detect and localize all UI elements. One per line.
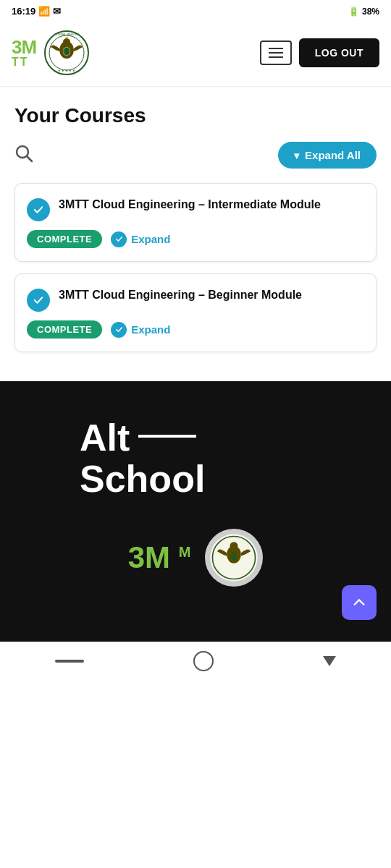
complete-badge: COMPLETE: [27, 230, 102, 248]
footer-gov-seal: [205, 529, 263, 587]
header-logos: 3M TT ★ ★ ★ ★ ★ FEDERAL MINISTRY: [12, 30, 90, 76]
footer-3m-logo: 3M M: [128, 540, 191, 575]
course-title: 3MTT Cloud Engineering – Beginner Module: [59, 287, 302, 303]
logo-3mtt-top: 3M: [12, 38, 36, 56]
course-title: 3MTT Cloud Engineering – Intermediate Mo…: [59, 197, 321, 213]
course-card: 3MTT Cloud Engineering – Beginner Module…: [14, 273, 377, 352]
bottom-nav: [0, 642, 391, 679]
altschool-line1: Alt: [80, 417, 311, 459]
expand-check-icon: [111, 231, 127, 247]
logo-3mtt: 3M TT: [12, 38, 36, 68]
footer-section: Alt School 3M M: [0, 381, 391, 642]
expand-button[interactable]: Expand: [111, 322, 170, 338]
menu-line-2: [269, 52, 283, 54]
search-icon[interactable]: [14, 144, 33, 167]
nav-menu-icon[interactable]: [55, 660, 84, 663]
expand-all-label: Expand All: [305, 149, 361, 161]
expand-button[interactable]: Expand: [111, 231, 170, 247]
status-bar: 16:19 📶 ✉ 🔋 38%: [0, 0, 391, 22]
complete-badge: COMPLETE: [27, 320, 102, 339]
expand-label: Expand: [131, 233, 170, 245]
search-expand-row: ▾ Expand All: [14, 142, 377, 169]
altschool-logo: Alt School: [80, 417, 311, 500]
altschool-alt-text: Alt: [80, 417, 130, 459]
menu-button[interactable]: [260, 41, 292, 65]
course-complete-icon: [27, 289, 50, 312]
course-footer: COMPLETE Expand: [27, 230, 364, 248]
expand-all-button[interactable]: ▾ Expand All: [278, 142, 377, 169]
signal-icon: 📶: [38, 6, 50, 17]
course-card: 3MTT Cloud Engineering – Intermediate Mo…: [14, 183, 377, 262]
svg-point-3: [63, 38, 70, 46]
main-content: Your Courses ▾ Expand All 3MTT Cloud Eng…: [0, 87, 391, 381]
altschool-school-text: School: [80, 459, 311, 500]
status-right: 🔋 38%: [348, 7, 379, 17]
svg-text:FEDERAL MINISTRY: FEDERAL MINISTRY: [54, 33, 79, 36]
chevron-down-icon: ▾: [294, 150, 299, 161]
courses-list: 3MTT Cloud Engineering – Intermediate Mo…: [14, 183, 377, 352]
status-left: 16:19 📶 ✉: [12, 6, 61, 17]
gov-seal-logo: ★ ★ ★ ★ ★ FEDERAL MINISTRY: [43, 30, 90, 76]
logo-3mtt-bottom: TT: [12, 56, 36, 68]
svg-text:★ ★ ★ ★ ★: ★ ★ ★ ★ ★: [58, 69, 75, 72]
menu-line-1: [269, 48, 283, 49]
course-header: 3MTT Cloud Engineering – Beginner Module: [27, 287, 364, 312]
svg-point-11: [230, 542, 238, 550]
logout-button[interactable]: LOG OUT: [299, 38, 379, 67]
nav-home-icon[interactable]: [193, 651, 214, 671]
footer-logos-row: 3M M: [128, 529, 264, 587]
course-complete-icon: [27, 198, 50, 221]
page-title: Your Courses: [14, 104, 377, 127]
time: 16:19: [12, 6, 35, 17]
menu-line-3: [269, 56, 283, 58]
battery-icon: 🔋: [348, 7, 359, 17]
scroll-to-top-button[interactable]: [342, 585, 377, 620]
course-header: 3MTT Cloud Engineering – Intermediate Mo…: [27, 197, 364, 221]
course-footer: COMPLETE Expand: [27, 320, 364, 339]
header-actions: LOG OUT: [260, 38, 379, 67]
altschool-dash: [138, 435, 196, 438]
expand-check-icon: [111, 322, 127, 338]
message-icon: ✉: [53, 6, 61, 17]
expand-label: Expand: [131, 323, 170, 336]
nav-back-icon[interactable]: [323, 656, 336, 666]
chevron-up-icon: [351, 595, 367, 610]
svg-line-7: [27, 156, 32, 161]
header: 3M TT ★ ★ ★ ★ ★ FEDERAL MINISTRY: [0, 22, 391, 87]
battery-level: 38%: [362, 7, 379, 17]
